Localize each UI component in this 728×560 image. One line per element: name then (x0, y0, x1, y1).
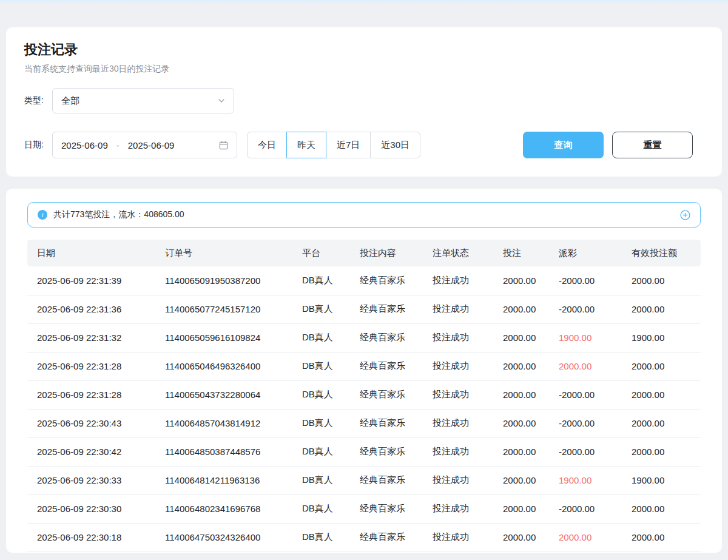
cell-order-number: 1140065059616109824 (155, 323, 292, 352)
cell-status: 投注成功 (423, 437, 493, 466)
cell-payout: -2000.00 (549, 266, 622, 295)
cell-date: 2025-06-09 22:31:32 (27, 323, 155, 352)
quick-range-group: 今日昨天近7日近30日 (247, 132, 420, 158)
records-card: i 共计773笔投注，流水：408605.00 日期订单号平台投注内容注单状态投… (6, 189, 722, 553)
cell-order-number: 1140065046496326400 (155, 352, 292, 380)
table-row: 2025-06-09 22:30:33 1140064814211963136 … (27, 466, 701, 494)
cell-date: 2025-06-09 22:31:36 (27, 295, 155, 323)
type-select-value: 全部 (61, 95, 79, 107)
cell-payout: 1900.00 (549, 466, 622, 494)
cell-date: 2025-06-09 22:30:30 (27, 494, 155, 523)
cell-bet-content: 经典百家乐 (350, 380, 423, 409)
table-row: 2025-06-09 22:31:28 1140065046496326400 … (27, 352, 701, 380)
cell-valid-bet: 2000.00 (622, 266, 701, 295)
expand-icon[interactable] (680, 210, 690, 220)
cell-valid-bet: 1900.00 (622, 466, 701, 494)
page-subtitle: 当前系统支持查询最近30日的投注记录 (24, 64, 704, 75)
table-row: 2025-06-09 22:30:30 1140064802341696768 … (27, 494, 701, 523)
cell-payout: -2000.00 (549, 409, 622, 437)
cell-bet-amount: 2000.00 (493, 380, 549, 409)
quick-range-button[interactable]: 近30日 (370, 132, 420, 158)
reset-button[interactable]: 重置 (612, 132, 693, 158)
cell-platform: DB真人 (292, 466, 350, 494)
table-row: 2025-06-09 22:31:39 1140065091950387200 … (27, 266, 701, 295)
cell-bet-amount: 2000.00 (493, 437, 549, 466)
cell-date: 2025-06-09 22:31:28 (27, 380, 155, 409)
cell-bet-content: 经典百家乐 (350, 323, 423, 352)
cell-payout: -2000.00 (549, 380, 622, 409)
cell-bet-content: 经典百家乐 (350, 409, 423, 437)
date-separator: - (116, 140, 120, 150)
chevron-down-icon (218, 97, 225, 104)
column-header: 投注内容 (350, 240, 423, 266)
cell-bet-amount: 2000.00 (493, 352, 549, 380)
cell-order-number: 1140064857043814912 (155, 409, 292, 437)
cell-status: 投注成功 (423, 494, 493, 523)
cell-valid-bet: 2000.00 (622, 437, 701, 466)
cell-valid-bet: 2000.00 (622, 380, 701, 409)
cell-platform: DB真人 (292, 380, 350, 409)
type-label: 类型: (24, 95, 52, 106)
cell-order-number: 1140065043732280064 (155, 380, 292, 409)
summary-banner: i 共计773笔投注，流水：408605.00 (27, 202, 701, 228)
cell-date: 2025-06-09 22:30:43 (27, 409, 155, 437)
cell-status: 投注成功 (423, 409, 493, 437)
cell-date: 2025-06-09 22:30:18 (27, 523, 155, 552)
column-header: 有效投注额 (622, 240, 701, 266)
quick-range-button[interactable]: 近7日 (326, 132, 371, 158)
filter-actions: 查询 重置 (523, 132, 704, 158)
cell-bet-content: 经典百家乐 (350, 523, 423, 552)
cell-status: 投注成功 (423, 523, 493, 552)
date-start: 2025-06-09 (61, 140, 108, 150)
cell-bet-content: 经典百家乐 (350, 494, 423, 523)
cell-bet-content: 经典百家乐 (350, 266, 423, 295)
cell-valid-bet: 2000.00 (622, 352, 701, 380)
cell-valid-bet: 2000.00 (622, 295, 701, 323)
cell-date: 2025-06-09 22:30:42 (27, 437, 155, 466)
cell-platform: DB真人 (292, 266, 350, 295)
cell-platform: DB真人 (292, 523, 350, 552)
table-row: 2025-06-09 22:31:36 1140065077245157120 … (27, 295, 701, 323)
query-button[interactable]: 查询 (523, 132, 604, 158)
cell-payout: 2000.00 (549, 352, 622, 380)
cell-payout: 2000.00 (549, 523, 622, 552)
cell-status: 投注成功 (423, 380, 493, 409)
type-filter-row: 类型: 全部 (24, 88, 704, 113)
cell-order-number: 1140064814211963136 (155, 466, 292, 494)
table-header-row: 日期订单号平台投注内容注单状态投注派彩有效投注额 (27, 240, 701, 266)
cell-order-number: 1140064750324326400 (155, 523, 292, 552)
column-header: 派彩 (549, 240, 622, 266)
cell-valid-bet: 2000.00 (622, 409, 701, 437)
cell-platform: DB真人 (292, 409, 350, 437)
cell-bet-content: 经典百家乐 (350, 295, 423, 323)
cell-platform: DB真人 (292, 352, 350, 380)
top-bar (0, 0, 728, 4)
date-range-input[interactable]: 2025-06-09 - 2025-06-09 (52, 132, 237, 158)
cell-date: 2025-06-09 22:31:28 (27, 352, 155, 380)
cell-status: 投注成功 (423, 266, 493, 295)
cell-status: 投注成功 (423, 323, 493, 352)
cell-date: 2025-06-09 22:31:39 (27, 266, 155, 295)
column-header: 日期 (27, 240, 155, 266)
date-end: 2025-06-09 (128, 140, 175, 150)
cell-platform: DB真人 (292, 437, 350, 466)
cell-order-number: 1140064802341696768 (155, 494, 292, 523)
cell-bet-amount: 2000.00 (493, 323, 549, 352)
cell-valid-bet: 1900.00 (622, 323, 701, 352)
summary-text: 共计773笔投注，流水：408605.00 (53, 209, 184, 220)
records-table: 日期订单号平台投注内容注单状态投注派彩有效投注额 2025-06-09 22:3… (27, 240, 701, 552)
cell-valid-bet: 2000.00 (622, 523, 701, 552)
quick-range-button[interactable]: 昨天 (286, 132, 326, 158)
cell-payout: 1900.00 (549, 323, 622, 352)
table-row: 2025-06-09 22:30:42 1140064850387448576 … (27, 437, 701, 466)
type-select[interactable]: 全部 (52, 88, 234, 113)
date-filter-row: 日期: 2025-06-09 - 2025-06-09 今日昨天近7日近30日 … (24, 132, 704, 158)
quick-range-button[interactable]: 今日 (247, 132, 287, 158)
cell-order-number: 1140064850387448576 (155, 437, 292, 466)
cell-bet-content: 经典百家乐 (350, 352, 423, 380)
cell-bet-amount: 2000.00 (493, 523, 549, 552)
cell-payout: -2000.00 (549, 437, 622, 466)
cell-platform: DB真人 (292, 295, 350, 323)
cell-valid-bet: 2000.00 (622, 494, 701, 523)
cell-payout: -2000.00 (549, 494, 622, 523)
